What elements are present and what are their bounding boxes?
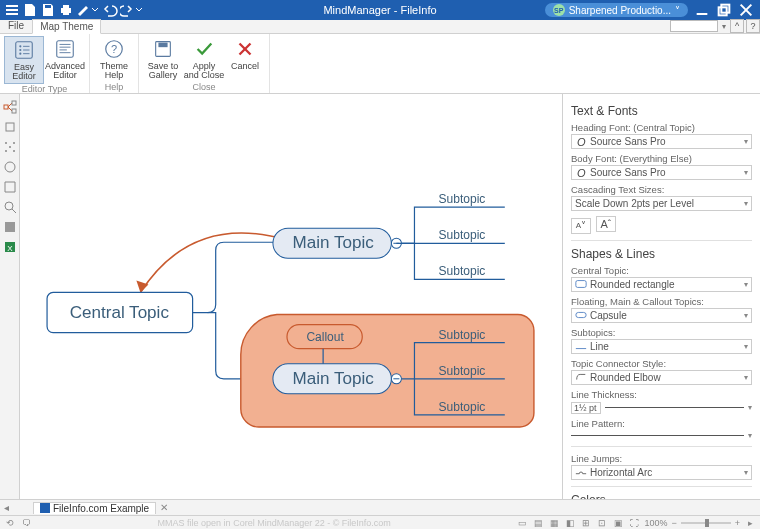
cancel-button[interactable]: Cancel	[225, 36, 265, 82]
view-icon[interactable]: ▦	[548, 517, 560, 529]
print-icon[interactable]	[58, 2, 74, 18]
cascade-select[interactable]: Scale Down 2pts per Level▾	[571, 196, 752, 211]
svg-point-15	[19, 53, 21, 55]
svg-text:Subtopic: Subtopic	[439, 328, 486, 342]
zoom-slider[interactable]	[681, 522, 731, 524]
chevron-down-icon: ▾	[744, 311, 748, 320]
svg-text:X: X	[7, 244, 13, 253]
mind-map-canvas[interactable]: Central Topic Main Topic Subtopic Subtop…	[20, 94, 562, 499]
ribbon-toggle-icon[interactable]: ^	[730, 19, 744, 33]
new-file-icon[interactable]	[22, 2, 38, 18]
svg-rect-33	[12, 101, 16, 105]
view-icon[interactable]: ▣	[612, 517, 624, 529]
svg-text:Main Topic: Main Topic	[293, 369, 375, 388]
sidebar-icon[interactable]	[3, 140, 17, 154]
view-icon[interactable]: ▭	[516, 517, 528, 529]
status-icon[interactable]: ⟲	[4, 517, 16, 529]
tab-map-theme[interactable]: Map Theme	[32, 19, 101, 34]
status-bar: ⟲ 🗨 MMAS file open in Corel MindManager …	[0, 515, 760, 529]
theme-help-button[interactable]: ? Theme Help	[94, 36, 134, 82]
svg-point-41	[5, 162, 15, 172]
chevron-down-icon: ▾	[744, 168, 748, 177]
central-topic-shape-select[interactable]: Rounded rectangle▾	[571, 277, 752, 292]
font-size-smaller-button[interactable]: A˅	[571, 218, 591, 234]
sidebar-icon[interactable]	[3, 160, 17, 174]
svg-rect-9	[721, 5, 729, 13]
user-name: Sharpened Productio...	[569, 5, 671, 16]
body-font-select[interactable]: OSource Sans Pro▾	[571, 165, 752, 180]
status-icon[interactable]: 🗨	[20, 517, 32, 529]
search-icon[interactable]	[3, 200, 17, 214]
close-tab-icon[interactable]: ✕	[160, 502, 168, 513]
apply-and-close-button[interactable]: Apply and Close	[184, 36, 224, 82]
easy-editor-button[interactable]: Easy Editor	[4, 36, 44, 84]
svg-text:O: O	[577, 167, 586, 179]
search-input[interactable]	[670, 20, 718, 32]
minimize-button[interactable]	[694, 2, 710, 18]
pen-dropdown-icon[interactable]	[76, 2, 100, 18]
chevron-down-icon: ▾	[744, 280, 748, 289]
zoom-out-icon[interactable]: −	[671, 518, 676, 528]
close-button[interactable]	[738, 2, 754, 18]
file-icon	[40, 503, 50, 513]
sidebar-icon[interactable]	[3, 120, 17, 134]
heading-font-select[interactable]: OSource Sans Pro▾	[571, 134, 752, 149]
svg-rect-69	[576, 312, 586, 317]
svg-text:Central Topic: Central Topic	[70, 303, 170, 322]
view-icon[interactable]: ⊞	[580, 517, 592, 529]
svg-rect-2	[6, 13, 18, 15]
ribbon-group-editor-type: Easy Editor Advanced Editor Editor Type	[0, 34, 90, 93]
save-to-gallery-button[interactable]: Save to Gallery	[143, 36, 183, 82]
user-menu[interactable]: SP Sharpened Productio... ˅	[545, 3, 688, 17]
subtopics-shape-select[interactable]: Line▾	[571, 339, 752, 354]
chevron-down-icon[interactable]: ▾	[748, 403, 752, 412]
line-jumps-select[interactable]: Horizontal Arc▾	[571, 465, 752, 480]
fit-icon[interactable]: ⛶	[628, 517, 640, 529]
floating-shape-select[interactable]: Capsule▾	[571, 308, 752, 323]
svg-line-43	[12, 209, 16, 213]
body-font-label: Body Font: (Everything Else)	[571, 153, 752, 164]
search-dropdown-icon[interactable]: ▾	[720, 22, 728, 31]
svg-rect-44	[5, 222, 15, 232]
scroll-left-icon[interactable]: ◂	[0, 502, 13, 513]
redo-dropdown-icon[interactable]	[120, 2, 144, 18]
advanced-editor-button[interactable]: Advanced Editor	[45, 36, 85, 84]
svg-rect-35	[6, 123, 14, 131]
save-icon[interactable]	[40, 2, 56, 18]
restore-button[interactable]	[716, 2, 732, 18]
connector-label: Topic Connector Style:	[571, 358, 752, 369]
help-icon[interactable]: ?	[746, 19, 760, 33]
svg-text:Subtopic: Subtopic	[439, 400, 486, 414]
svg-rect-27	[158, 43, 167, 48]
app-menu-icon[interactable]	[4, 2, 20, 18]
zoom-level[interactable]: 100%	[644, 518, 667, 528]
map-view-icon[interactable]	[3, 100, 17, 114]
excel-icon[interactable]: X	[3, 240, 17, 254]
svg-rect-6	[63, 12, 69, 15]
svg-point-36	[9, 146, 11, 148]
chevron-down-icon[interactable]: ▾	[748, 431, 752, 440]
line-thickness-value[interactable]: 1½ pt	[571, 402, 601, 414]
section-text-fonts: Text & Fonts	[571, 104, 752, 118]
line-pattern-preview[interactable]	[571, 435, 744, 436]
section-colors: Colors	[571, 493, 752, 500]
capsule-icon	[575, 309, 587, 321]
view-icon[interactable]: ▤	[532, 517, 544, 529]
font-icon: O	[575, 136, 587, 148]
line-icon	[575, 340, 587, 352]
svg-point-40	[13, 150, 15, 152]
sidebar-icon[interactable]	[3, 180, 17, 194]
line-pattern-label: Line Pattern:	[571, 418, 752, 429]
tab-file[interactable]: File	[0, 18, 32, 33]
subtopics-label: Subtopics:	[571, 327, 752, 338]
svg-text:Subtopic: Subtopic	[439, 364, 486, 378]
zoom-in-icon[interactable]: +	[735, 518, 740, 528]
connector-style-select[interactable]: Rounded Elbow▾	[571, 370, 752, 385]
document-tab[interactable]: FileInfo.com Example	[33, 502, 156, 514]
sidebar-icon[interactable]	[3, 220, 17, 234]
view-icon[interactable]: ◧	[564, 517, 576, 529]
font-size-larger-button[interactable]: Aˆ	[596, 216, 616, 232]
panel-toggle-icon[interactable]: ▸	[744, 517, 756, 529]
undo-icon[interactable]	[102, 2, 118, 18]
view-icon[interactable]: ⊡	[596, 517, 608, 529]
